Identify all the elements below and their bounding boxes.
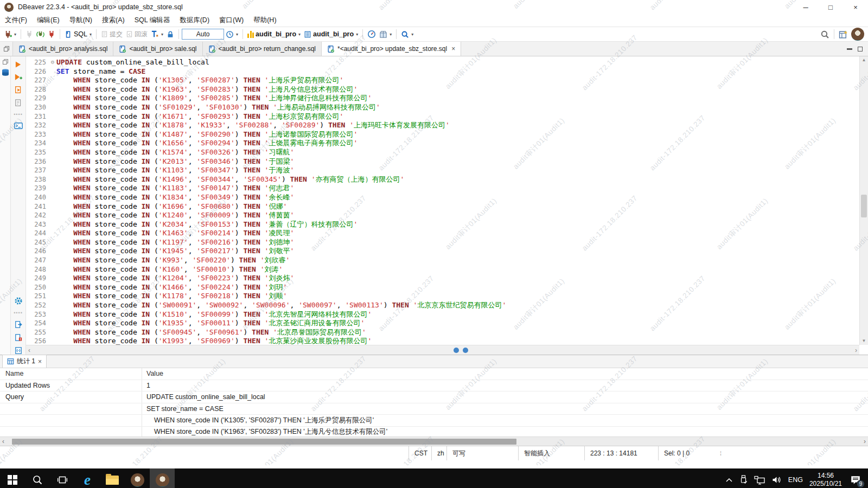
code-token bbox=[260, 283, 265, 292]
menu-item[interactable]: 搜索(A) bbox=[97, 15, 130, 26]
schema-selector[interactable]: audit_bi_pro ▾ bbox=[302, 29, 360, 40]
connection-selector[interactable]: audit_bi_pro ▾ bbox=[246, 29, 302, 39]
close-button[interactable]: × bbox=[843, 0, 868, 14]
menu-item[interactable]: 帮助(H) bbox=[248, 15, 281, 26]
taskbar-search-button[interactable] bbox=[25, 468, 50, 488]
menu-item[interactable]: SQL 编辑器 bbox=[130, 15, 175, 26]
fold-marker[interactable]: ⊖ bbox=[49, 58, 56, 67]
table-row[interactable]: QueryUPDATE custom_online_sale_bill_loca… bbox=[0, 391, 868, 403]
taskbar-clock[interactable]: 14:56 2025/10/21 bbox=[809, 472, 842, 488]
editor-tab[interactable]: <audit_bi_pro> analysis.sql bbox=[13, 42, 113, 56]
explain-plan-icon[interactable] bbox=[15, 99, 22, 107]
code-view[interactable]: 225⊖UPDATE custom_online_sale_bill_local… bbox=[26, 56, 859, 345]
close-tab-icon[interactable]: × bbox=[38, 358, 42, 365]
statusbar-cell[interactable]: zh bbox=[431, 446, 446, 460]
reconnect-button[interactable] bbox=[35, 29, 46, 40]
minimize-button[interactable]: ─ bbox=[793, 0, 818, 14]
menu-item[interactable]: 窗口(W) bbox=[214, 15, 248, 26]
menu-item[interactable]: 数据库(D) bbox=[175, 15, 214, 26]
search-button[interactable] bbox=[819, 29, 831, 40]
statusbar-cell[interactable]: 223 : 13 : 14181 bbox=[584, 446, 658, 460]
dbeaver-perspective-button[interactable] bbox=[850, 27, 866, 42]
scroll-left-arrow[interactable]: ‹ bbox=[0, 438, 7, 445]
export-result-icon[interactable] bbox=[15, 320, 22, 329]
settings-gear-icon[interactable] bbox=[14, 297, 23, 305]
dbeaver-taskbar-button-active[interactable] bbox=[150, 468, 175, 488]
editor-tab[interactable]: <audit_bi_pro> return_change.sql bbox=[203, 42, 322, 56]
code-token: ' bbox=[260, 256, 265, 265]
panel-sash-buttons[interactable] bbox=[454, 348, 468, 353]
editor-tab[interactable]: <audit_bi_pro> sale.sql bbox=[113, 42, 202, 56]
scroll-up-arrow[interactable]: ▲ bbox=[860, 56, 868, 64]
internet-explorer-button[interactable]: e bbox=[75, 468, 100, 488]
close-tab-icon[interactable]: × bbox=[451, 45, 455, 53]
tray-chevron-up-icon[interactable] bbox=[725, 477, 733, 483]
new-connection-button[interactable]: ▾ bbox=[2, 29, 18, 40]
console-icon[interactable] bbox=[14, 122, 23, 130]
sash-dot[interactable] bbox=[463, 348, 468, 353]
speaker-icon[interactable] bbox=[771, 476, 782, 484]
minimize-view-icon[interactable] bbox=[847, 48, 852, 50]
open-perspective-button[interactable] bbox=[837, 29, 850, 40]
statusbar-cell[interactable]: CST bbox=[409, 446, 431, 460]
vertical-scrollbar[interactable]: ▲ ▼ bbox=[859, 56, 868, 345]
execute-new-tab-icon[interactable] bbox=[14, 73, 22, 81]
save-file-warning-icon[interactable] bbox=[15, 333, 22, 342]
restore-panel-icon[interactable] bbox=[2, 59, 9, 65]
script-brackets-icon[interactable] bbox=[15, 346, 22, 355]
vertical-scroll-thumb[interactable] bbox=[861, 195, 867, 217]
statistics-tab[interactable]: 统计 1 × bbox=[2, 355, 47, 368]
maximize-button[interactable]: □ bbox=[818, 0, 843, 14]
tab-list-button[interactable] bbox=[0, 42, 13, 56]
code-token: WHEN bbox=[73, 148, 90, 157]
scroll-down-arrow[interactable]: ▼ bbox=[860, 337, 868, 345]
sash-dot[interactable] bbox=[454, 348, 459, 353]
file-explorer-button[interactable] bbox=[100, 468, 125, 488]
table-row[interactable]: Updated Rows1 bbox=[0, 380, 868, 392]
sql-editor[interactable]: 225⊖UPDATE custom_online_sale_bill_local… bbox=[26, 56, 868, 355]
menu-item[interactable]: 文件(F) bbox=[0, 15, 32, 26]
table-row[interactable]: WHEN store_code IN ('K1305', 'SF00287') … bbox=[0, 415, 868, 427]
code-token: 'SF00223' bbox=[196, 274, 234, 283]
results-horizontal-scrollbar[interactable]: ‹ › bbox=[0, 436, 868, 446]
maximize-view-icon[interactable] bbox=[858, 47, 863, 52]
statusbar-cell[interactable]: 智能插入 bbox=[518, 446, 584, 460]
code-token: 'K1933' bbox=[196, 121, 226, 130]
scroll-right-arrow[interactable]: › bbox=[855, 346, 857, 354]
scroll-left-arrow[interactable]: ‹ bbox=[28, 346, 30, 354]
dashboard-button[interactable] bbox=[366, 29, 378, 40]
dbeaver-taskbar-button[interactable] bbox=[125, 468, 150, 488]
action-center-button[interactable]: 9 bbox=[848, 473, 863, 487]
results-scroll-thumb[interactable] bbox=[12, 439, 516, 445]
editor-tab-label: *<audit_bi_pro> update_sbz_store.sql bbox=[337, 45, 447, 53]
lock-button[interactable] bbox=[165, 29, 176, 40]
rollback-button[interactable]: 回滚 bbox=[124, 29, 149, 40]
commit-button[interactable]: 提交 bbox=[99, 29, 124, 40]
statusbar-cell[interactable]: Sel: 0 | 0 bbox=[658, 446, 716, 460]
table-row[interactable]: SET store_name = CASE bbox=[0, 403, 868, 415]
horizontal-scrollbar[interactable]: ‹ › bbox=[26, 345, 859, 355]
usb-device-icon[interactable] bbox=[739, 475, 748, 485]
disconnect-all-button[interactable] bbox=[46, 29, 57, 39]
data-transfer-button[interactable]: ▾ bbox=[378, 29, 393, 40]
code-token: THEN bbox=[243, 94, 260, 103]
table-row[interactable]: NameValue bbox=[0, 368, 868, 380]
statusbar-cell[interactable]: 可写 bbox=[446, 446, 518, 460]
execute-script-icon[interactable] bbox=[15, 86, 22, 94]
quick-search-button[interactable]: ▾ bbox=[399, 29, 415, 40]
database-navigator-icon[interactable] bbox=[1, 68, 10, 77]
input-language[interactable]: ENG bbox=[788, 476, 803, 484]
disconnect-button[interactable] bbox=[24, 29, 35, 39]
menu-item[interactable]: 导航(N) bbox=[65, 15, 97, 26]
scroll-right-arrow[interactable]: › bbox=[861, 438, 868, 445]
transaction-log-button[interactable]: ▾ bbox=[149, 29, 165, 40]
transaction-time-button[interactable]: ▾ bbox=[224, 29, 240, 40]
task-view-button[interactable] bbox=[50, 468, 75, 488]
commit-mode-combo[interactable]: Auto bbox=[182, 29, 224, 40]
network-icon[interactable] bbox=[754, 476, 765, 485]
sql-editor-button[interactable]: SQL ▾ bbox=[63, 29, 93, 40]
editor-tab[interactable]: *<audit_bi_pro> update_sbz_store.sql× bbox=[322, 42, 461, 56]
execute-statement-icon[interactable] bbox=[15, 61, 22, 68]
menu-item[interactable]: 编辑(E) bbox=[32, 15, 65, 26]
start-button[interactable] bbox=[0, 468, 25, 488]
